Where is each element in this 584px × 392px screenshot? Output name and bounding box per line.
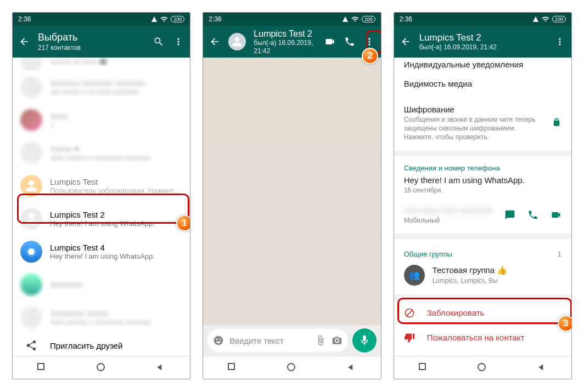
nav-back[interactable] — [155, 363, 165, 373]
block-icon — [404, 308, 415, 319]
list-item[interactable]: XXXXXX — [13, 268, 190, 301]
group-item[interactable]: 👥 Тестовая группа 👍 Lumpics, Lumpics, Вы — [404, 262, 561, 289]
message-input[interactable]: Введите текст — [207, 329, 347, 352]
status-icons: 100 — [151, 15, 184, 23]
avatar[interactable] — [228, 33, 246, 50]
phone-2: 2:36 100 Lumpics Test 2 был(-а) 16.09.20… — [203, 12, 381, 379]
row-block[interactable]: Заблокировать — [394, 300, 571, 324]
back-icon[interactable] — [400, 36, 412, 48]
list-item[interactable]: xxxxxx xx xxxx 😊 — [13, 58, 190, 71]
chat-more-icon[interactable] — [363, 36, 375, 48]
contact-lumpics-test[interactable]: Lumpics Test Пользователь заблокирован. … — [13, 169, 190, 202]
list-item[interactable]: Xxxxxxxx Xxxxxxxxx xxxxxx x xxxxxxxx xxx… — [13, 301, 190, 334]
nav-home[interactable] — [287, 363, 297, 373]
video-icon[interactable] — [551, 209, 561, 220]
contact-lumpics-test-4[interactable]: Lumpics Test 4 Hey there! I am using Wha… — [13, 235, 190, 268]
status-time: 2:36 — [18, 15, 31, 23]
contact-info[interactable]: Индивидуальные уведомления Видимость мед… — [394, 58, 571, 356]
appbar-chat: Lumpics Test 2 был(-а) 16.09.2019, 21:42 — [203, 26, 380, 58]
contact-lumpics-test-2[interactable]: Lumpics Test 2 Hey there! I am using Wha… — [13, 202, 190, 235]
appbar-info: Lumpics Test 2 был(-а) 16.09.2019, 21:42 — [394, 26, 571, 58]
page-title: Выбрать — [38, 32, 145, 44]
nav-home[interactable] — [478, 363, 487, 373]
nav-back[interactable] — [537, 363, 547, 373]
msg-placeholder: Введите текст — [229, 336, 309, 345]
more-icon[interactable] — [554, 36, 566, 48]
input-bar: Введите текст — [203, 325, 380, 356]
contact-name: Lumpics Test 2 — [50, 210, 182, 219]
section-groups: Общие группы 1 👥 Тестовая группа 👍 Lumpi… — [394, 239, 571, 294]
voice-call-icon[interactable] — [344, 36, 356, 48]
contact-status: Пользователь заблокирован. Нажмите, ч… — [50, 186, 182, 195]
android-navbar — [394, 356, 571, 379]
chat-title-block[interactable]: Lumpics Test 2 был(-а) 16.09.2019, 21:42 — [254, 29, 316, 55]
emoji-icon[interactable] — [213, 335, 224, 346]
invite-friends[interactable]: Пригласить друзей — [13, 334, 190, 356]
section-about: Сведения и номер телефона Hey there! I a… — [394, 156, 571, 234]
status-bar: 2:36 100 — [203, 13, 380, 26]
row-notifications[interactable]: Индивидуальные уведомления — [394, 58, 571, 71]
message-icon[interactable] — [504, 209, 515, 220]
more-icon[interactable] — [172, 36, 184, 48]
back-icon[interactable] — [209, 36, 221, 48]
group-avatar: 👥 — [404, 265, 425, 286]
phone-icon[interactable] — [527, 209, 538, 220]
contact-status: Hey there! I am using WhatsApp. — [50, 252, 182, 260]
camera-icon[interactable] — [332, 335, 342, 346]
nav-home[interactable] — [97, 363, 106, 373]
nav-recent[interactable] — [37, 363, 47, 373]
video-call-icon[interactable] — [324, 36, 336, 48]
row-encryption[interactable]: Шифрование Сообщения и звонки в данном ч… — [394, 94, 571, 151]
svg-point-1 — [28, 248, 35, 255]
list-item[interactable]: Xxxxxxx Xxxxxxx Xxxxxxxxxx xxxxx x xx xx… — [13, 71, 190, 104]
status-bar: 2:36 100 — [394, 13, 571, 26]
contact-name: Lumpics Test — [50, 177, 182, 186]
row-report[interactable]: Пожаловаться на контакт — [394, 325, 571, 349]
phone-1: 2:36 100 Выбрать 217 контактов xxxxxx xx… — [12, 12, 190, 379]
contact-list[interactable]: xxxxxx xx xxxx 😊 Xxxxxxx Xxxxxxx Xxxxxxx… — [13, 58, 190, 356]
back-icon[interactable] — [18, 36, 30, 48]
list-item[interactable]: Xxxxx — [13, 104, 190, 137]
page-subtitle: 217 контактов — [38, 44, 145, 52]
appbar-contacts: Выбрать 217 контактов — [13, 26, 190, 58]
phone-number: +XX XXX XXX XXXXXX — [404, 206, 492, 215]
list-item[interactable]: Xxxxx ♥xxxx xxxxxx x xxxxxxxx xxxxxxx — [13, 137, 190, 169]
nav-recent[interactable] — [419, 363, 429, 373]
contact-status: Hey there! I am using WhatsApp. — [50, 219, 182, 228]
contact-name: Lumpics Test 4 — [50, 243, 182, 252]
lock-icon — [552, 117, 561, 129]
mic-button[interactable] — [352, 328, 377, 353]
android-navbar — [203, 356, 380, 379]
attach-icon[interactable] — [315, 335, 326, 346]
row-media-visibility[interactable]: Видимость медиа — [394, 71, 571, 94]
status-bar: 2:36 100 — [13, 13, 190, 26]
nav-back[interactable] — [346, 363, 356, 373]
phone-3: 2:36 100 Lumpics Test 2 был(-а) 16.09.20… — [394, 12, 572, 379]
nav-recent[interactable] — [228, 363, 238, 373]
search-icon[interactable] — [153, 36, 165, 48]
chat-body[interactable] — [203, 58, 380, 325]
thumb-down-icon — [404, 332, 415, 343]
android-navbar — [13, 356, 190, 379]
